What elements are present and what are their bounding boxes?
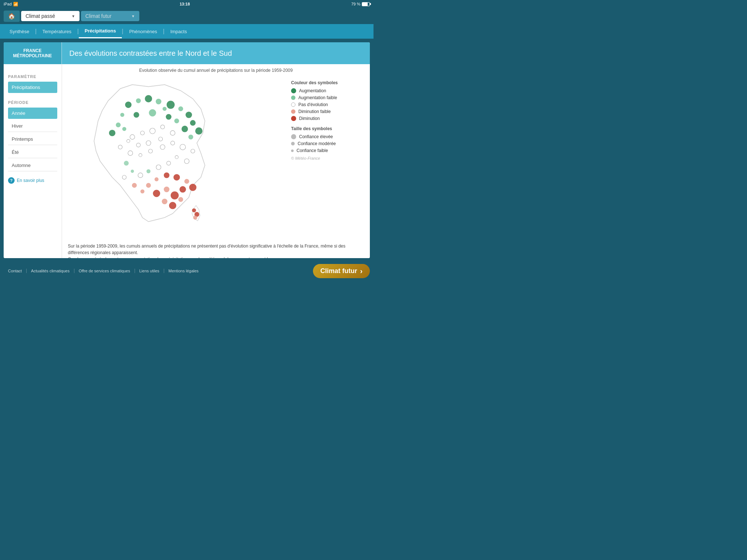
- chart-title: Evolution observée du cumul annuel de pr…: [68, 68, 364, 73]
- diminution-label: Diminution: [299, 116, 320, 121]
- augmentation-label: Augmentation: [299, 88, 326, 93]
- svg-point-60: [124, 161, 129, 166]
- legend-diminution-faible: Diminution faible: [291, 109, 364, 114]
- viz-content: Couleur des symboles Augmentation Augmen…: [68, 77, 364, 239]
- periode-ete-button[interactable]: Été: [8, 147, 57, 158]
- periode-automne-button[interactable]: Automne: [8, 160, 57, 171]
- svg-point-58: [131, 170, 134, 173]
- size-legend-title: Taille des symboles: [291, 126, 364, 131]
- svg-point-31: [139, 153, 142, 157]
- battery-pct: 79 %: [351, 2, 360, 6]
- tab-synthese-label: Synthèse: [9, 29, 29, 34]
- svg-point-18: [109, 130, 116, 136]
- footer-actualites[interactable]: Actualités climatiques: [26, 269, 74, 273]
- svg-point-22: [150, 128, 155, 133]
- svg-point-15: [174, 118, 179, 123]
- home-button[interactable]: 🏠: [4, 11, 20, 22]
- wifi-icon: 📶: [13, 2, 18, 7]
- svg-point-63: [193, 215, 197, 219]
- footer-mentions-legales[interactable]: Mentions légales: [164, 269, 203, 273]
- svg-point-45: [169, 202, 176, 209]
- status-left: iPad 📶: [4, 2, 18, 7]
- svg-point-33: [160, 145, 165, 149]
- svg-point-50: [174, 174, 180, 180]
- help-link[interactable]: ? En savoir plus: [8, 177, 57, 184]
- footer: Contact Actualités climatiques Offre de …: [0, 262, 374, 280]
- viz-area: Evolution observée du cumul annuel de pr…: [62, 64, 370, 258]
- help-icon: ?: [8, 177, 15, 184]
- svg-point-24: [170, 131, 175, 135]
- svg-point-11: [190, 120, 196, 125]
- france-map: [68, 77, 285, 239]
- svg-point-47: [146, 183, 151, 188]
- diminution-circle: [291, 116, 296, 121]
- svg-point-3: [156, 99, 161, 104]
- svg-point-23: [160, 125, 165, 129]
- periode-annee-button[interactable]: Année: [8, 108, 57, 119]
- svg-point-4: [167, 101, 175, 109]
- confiance-moderee-circle: [291, 142, 295, 145]
- svg-point-54: [132, 183, 137, 188]
- svg-point-2: [145, 95, 152, 102]
- legend-diminution: Diminution: [291, 116, 364, 121]
- legend-augmentation: Augmentation: [291, 88, 364, 93]
- svg-point-17: [116, 122, 121, 127]
- footer-liens-utiles[interactable]: Liens utiles: [135, 269, 164, 273]
- legend-pas-evolution: Pas d'évolution: [291, 102, 364, 107]
- svg-point-52: [189, 184, 197, 191]
- periode-hiver-button[interactable]: Hiver: [8, 120, 57, 132]
- tab-synthese[interactable]: Synthèse: [4, 25, 35, 38]
- legend-confiance-elevee: Confiance élevée: [291, 134, 364, 139]
- svg-point-9: [149, 109, 156, 117]
- svg-point-26: [146, 141, 151, 145]
- svg-point-48: [155, 177, 159, 181]
- confiance-faible-circle: [291, 149, 294, 152]
- svg-point-42: [171, 191, 179, 199]
- tab-phenomenes[interactable]: Phénomènes: [123, 25, 163, 38]
- footer-contact[interactable]: Contact: [4, 269, 26, 273]
- svg-point-51: [184, 179, 189, 184]
- status-bar: iPad 📶 13:18 79 %: [0, 0, 374, 8]
- sidebar: PARAMÈTRE Précipitations PÉRIODE Année H…: [4, 64, 62, 258]
- legend-confiance-moderee: Confiance modérée: [291, 141, 364, 146]
- sub-nav: Synthèse | Températures | Précipitations…: [0, 24, 374, 39]
- top-nav: 🏠 Climat passé ▼ Climat futur ▼: [0, 8, 374, 24]
- tab-precipitations[interactable]: Précipitations: [79, 24, 122, 38]
- svg-point-40: [153, 190, 160, 197]
- svg-point-25: [159, 137, 163, 141]
- svg-point-59: [122, 175, 126, 179]
- confiance-faible-label: Confiance faible: [297, 148, 328, 153]
- region-label: FRANCEMÉTROPOLITAINE: [4, 42, 62, 64]
- content-title: Des évolutions contrastées entre le Nord…: [62, 49, 370, 58]
- climat-passe-dropdown[interactable]: Climat passé ▼: [21, 11, 80, 21]
- status-time: 13:18: [179, 2, 190, 6]
- svg-point-0: [125, 102, 132, 108]
- chevron-down-icon: ▼: [71, 14, 75, 18]
- description-text: Sur la période 1959-2009, les cumuls ann…: [68, 243, 364, 258]
- svg-point-38: [175, 156, 178, 159]
- confiance-moderee-label: Confiance modérée: [298, 141, 336, 146]
- svg-point-30: [128, 151, 133, 155]
- periode-printemps-button[interactable]: Printemps: [8, 133, 57, 145]
- precipitations-param-button[interactable]: Précipitations: [8, 82, 57, 93]
- status-right: 79 %: [351, 2, 370, 6]
- svg-point-6: [186, 112, 192, 118]
- svg-point-36: [191, 149, 195, 153]
- svg-point-34: [171, 141, 175, 145]
- svg-point-8: [133, 112, 139, 117]
- tab-impacts[interactable]: Impacts: [165, 25, 193, 38]
- svg-point-44: [162, 199, 167, 204]
- pas-evolution-circle: [291, 102, 295, 107]
- svg-point-56: [147, 169, 151, 173]
- main-content-card: FRANCEMÉTROPOLITAINE Des évolutions cont…: [4, 42, 370, 258]
- footer-offre-services[interactable]: Offre de services climatiques: [74, 269, 135, 273]
- climat-futur-dropdown[interactable]: Climat futur ▼: [81, 11, 139, 21]
- tab-temperatures[interactable]: Températures: [36, 25, 77, 38]
- description-body: Sur la période 1959-2009, les cumuls ann…: [68, 244, 345, 258]
- svg-point-53: [140, 189, 144, 193]
- climat-futur-cta-button[interactable]: Climat futur ›: [313, 264, 370, 278]
- battery-icon: [362, 2, 370, 6]
- svg-point-19: [122, 127, 126, 131]
- svg-point-46: [178, 197, 183, 202]
- diminution-faible-circle: [291, 109, 295, 114]
